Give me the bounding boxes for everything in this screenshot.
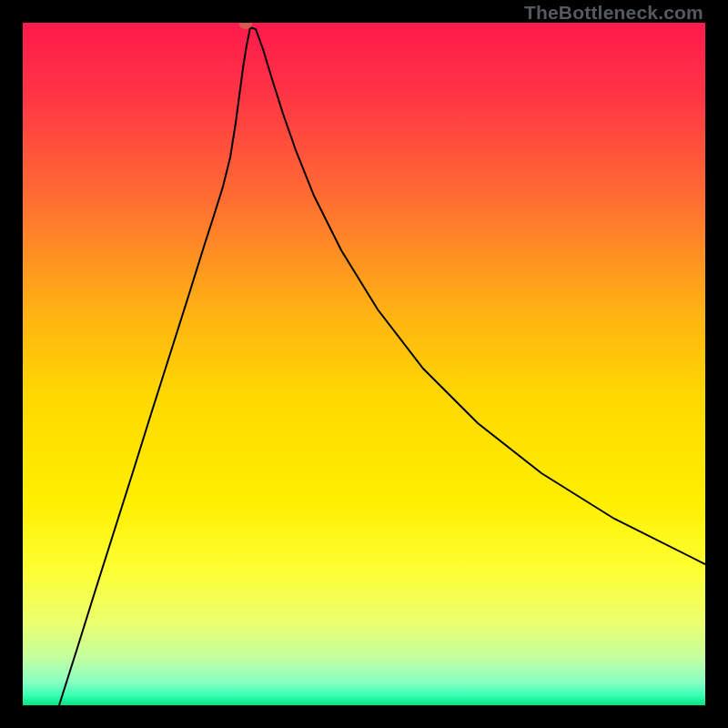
bottleneck-curve (59, 27, 705, 705)
plot-area (23, 23, 705, 705)
chart-frame: TheBottleneck.com (0, 0, 728, 728)
watermark-text: TheBottleneck.com (524, 2, 703, 24)
curve-svg (23, 23, 705, 705)
